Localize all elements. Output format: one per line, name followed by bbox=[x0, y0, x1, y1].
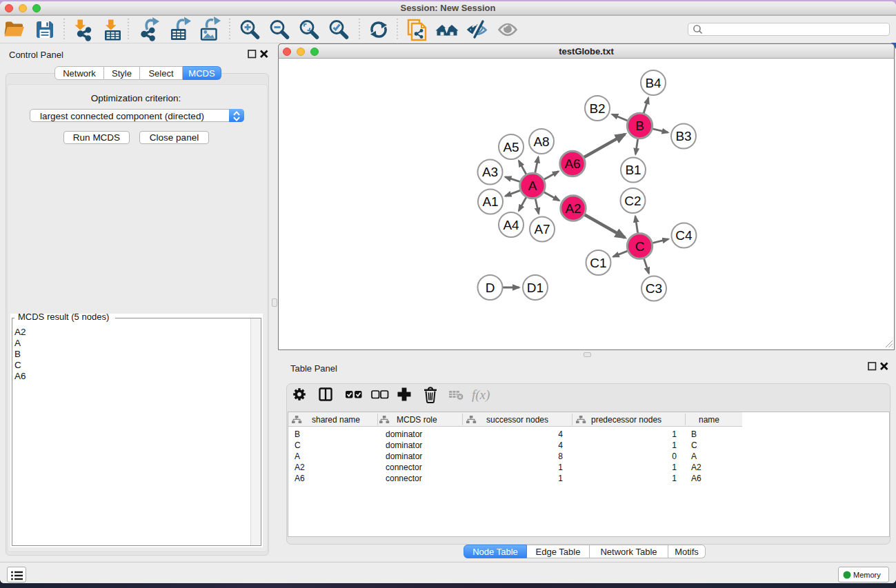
svg-text:A3: A3 bbox=[482, 165, 498, 179]
svg-text:B: B bbox=[635, 119, 644, 133]
svg-text:A5: A5 bbox=[503, 140, 519, 154]
svg-text:C: C bbox=[635, 239, 645, 254]
svg-text:A7: A7 bbox=[534, 222, 550, 236]
svg-text:C2: C2 bbox=[624, 194, 641, 208]
svg-text:B1: B1 bbox=[625, 163, 641, 177]
svg-text:C4: C4 bbox=[675, 228, 693, 243]
svg-text:A: A bbox=[528, 179, 537, 193]
svg-text:B3: B3 bbox=[675, 129, 691, 143]
svg-text:D: D bbox=[486, 281, 495, 295]
svg-text:C1: C1 bbox=[590, 256, 606, 270]
svg-text:B4: B4 bbox=[645, 76, 661, 90]
svg-text:A6: A6 bbox=[564, 156, 580, 171]
svg-text:A2: A2 bbox=[565, 201, 581, 216]
svg-text:B2: B2 bbox=[589, 101, 605, 116]
svg-text:A4: A4 bbox=[503, 218, 519, 232]
svg-text:D1: D1 bbox=[527, 281, 544, 295]
svg-text:C3: C3 bbox=[646, 281, 662, 296]
svg-text:A1: A1 bbox=[482, 194, 498, 209]
svg-text:A8: A8 bbox=[533, 134, 549, 149]
svg-text:f(x): f(x) bbox=[472, 387, 490, 403]
